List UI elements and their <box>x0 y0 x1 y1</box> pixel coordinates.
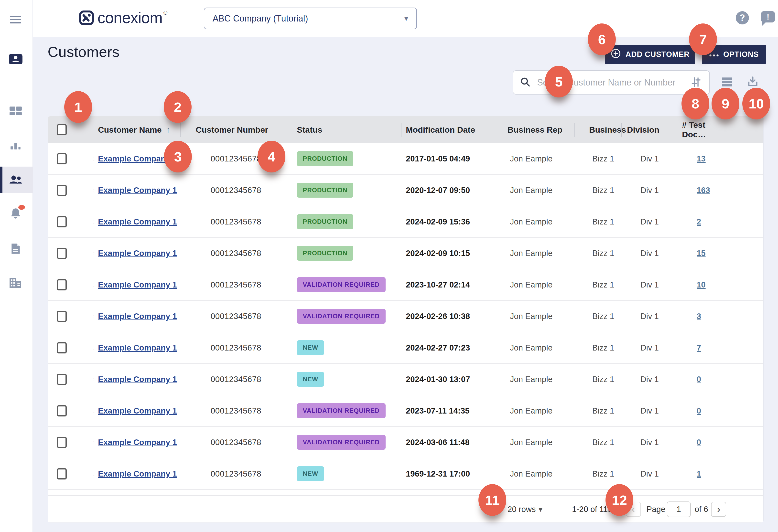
test-doc-count-link[interactable]: 0 <box>697 406 701 416</box>
customers-table: Customer Name ↑ Customer Number Status M… <box>48 116 764 523</box>
test-doc-count-link[interactable]: 1 <box>697 469 701 478</box>
row-checkbox[interactable] <box>57 216 67 228</box>
modification-date-cell: 2024-02-09 15:36 <box>401 206 495 237</box>
column-label: Status <box>297 125 322 135</box>
test-doc-count-link[interactable]: 7 <box>697 343 701 352</box>
next-page-button[interactable]: › <box>711 502 726 517</box>
options-label: OPTIONS <box>723 50 759 59</box>
sidebar-item-documents[interactable] <box>8 242 23 256</box>
feedback-icon[interactable]: ! <box>761 11 775 22</box>
customer-name-link[interactable]: Example Company 1 <box>98 249 177 258</box>
row-checkbox[interactable] <box>57 468 67 479</box>
test-doc-count-link[interactable]: 0 <box>697 438 701 447</box>
column-header-business-rep[interactable]: Business Rep <box>495 116 574 143</box>
customer-name-link[interactable]: Example Company 1 <box>98 375 177 384</box>
column-header-division[interactable]: Division <box>621 116 675 143</box>
test-doc-count-link[interactable]: 13 <box>697 154 706 163</box>
column-header-customer-name[interactable]: Customer Name ↑ <box>92 116 180 143</box>
help-icon[interactable]: ? <box>736 11 749 24</box>
add-customer-label: ADD CUSTOMER <box>626 50 690 59</box>
row-checkbox[interactable] <box>57 185 67 196</box>
customer-number-cell: 00012345678 <box>180 301 292 332</box>
menu-icon[interactable] <box>10 16 21 25</box>
row-checkbox[interactable] <box>57 311 67 322</box>
customer-name-link[interactable]: Example Company 1 <box>98 280 177 289</box>
density-icon[interactable] <box>720 75 733 88</box>
annotation-11: 11 <box>478 484 506 516</box>
test-doc-count-link[interactable]: 0 <box>697 375 701 384</box>
division-cell: Div 1 <box>621 364 675 395</box>
customer-name-link[interactable]: Example Company 1 <box>98 217 177 227</box>
column-label: Division <box>627 125 659 135</box>
sidebar-item-contacts[interactable] <box>8 52 23 66</box>
page-count-label: of 6 <box>695 505 708 514</box>
column-header-modification-date[interactable]: Modification Date <box>401 116 495 143</box>
pagination-bar: 20 rows ▾ 1-20 of 115 ‹ Page of 6 › <box>48 496 763 523</box>
modification-date-cell: 2024-02-27 07:23 <box>401 332 495 363</box>
annotation-2: 2 <box>164 91 191 123</box>
row-checkbox[interactable] <box>57 279 67 290</box>
row-checkbox[interactable] <box>57 437 67 448</box>
sidebar-item-dashboard[interactable] <box>8 104 23 118</box>
customer-number-cell: 00012345678 <box>180 175 292 206</box>
sidebar-item-customers[interactable] <box>8 173 23 186</box>
test-doc-count-link[interactable]: 15 <box>697 249 706 258</box>
row-prefix-mark: : <box>93 281 98 288</box>
column-header-customer-number[interactable]: Customer Number <box>180 116 292 143</box>
customer-name-link[interactable]: Example Company 1 <box>98 406 177 416</box>
filter-icon[interactable] <box>690 76 702 89</box>
company-selector[interactable]: ABC Company (Tutorial) ▾ <box>204 8 417 29</box>
test-doc-count-link[interactable]: 2 <box>697 217 701 227</box>
customer-name-link[interactable]: Example Company 1 <box>98 312 177 321</box>
page-number-input[interactable] <box>667 502 691 517</box>
column-label: Customer Name <box>98 125 162 135</box>
division-cell: Div 1 <box>621 269 675 300</box>
rows-per-page-select[interactable]: 20 rows ▾ <box>508 505 542 514</box>
top-bar: conexiom ® ABC Company (Tutorial) ▾ ? ! <box>33 0 778 37</box>
division-cell: Div 1 <box>621 301 675 332</box>
column-header-business[interactable]: Business <box>574 116 621 143</box>
row-checkbox[interactable] <box>57 405 67 417</box>
sidebar-item-notifications[interactable] <box>8 206 23 220</box>
pagination-range: 1-20 of 115 <box>572 505 612 514</box>
sidebar-item-organization[interactable] <box>8 276 23 290</box>
customer-number-cell: 00012345678 <box>180 206 292 237</box>
column-header-status[interactable]: Status <box>292 116 401 143</box>
modification-date-cell: 2023-10-27 02:14 <box>401 269 495 300</box>
division-cell: Div 1 <box>621 395 675 426</box>
customer-name-link[interactable]: Example Company 1 <box>98 186 177 195</box>
business-cell: Bizz 1 <box>574 395 621 426</box>
customer-name-link[interactable]: Example Company 1 <box>98 469 177 478</box>
customer-name-link[interactable]: Example Company 1 <box>98 438 177 447</box>
registered-mark: ® <box>163 10 167 16</box>
sidebar-item-analytics[interactable] <box>8 139 23 152</box>
modification-date-cell: 1969-12-31 17:00 <box>401 458 495 489</box>
search-icon <box>520 77 531 88</box>
test-doc-count-link[interactable]: 10 <box>697 280 706 289</box>
column-header-test-docs[interactable]: # Test Doc… <box>675 116 728 143</box>
business-rep-cell: Jon Eample <box>495 301 574 332</box>
select-all-checkbox[interactable] <box>57 124 67 135</box>
download-icon[interactable] <box>746 75 760 88</box>
row-checkbox[interactable] <box>57 374 67 385</box>
division-cell: Div 1 <box>621 143 675 174</box>
business-rep-cell: Jon Eample <box>495 238 574 269</box>
column-label: Modification Date <box>406 125 475 135</box>
status-badge: NEW <box>297 340 324 355</box>
row-checkbox[interactable] <box>57 248 67 259</box>
conexiom-logo: conexiom ® <box>79 10 167 26</box>
row-checkbox[interactable] <box>57 153 67 164</box>
business-cell: Bizz 1 <box>574 301 621 332</box>
modification-date-cell: 2024-02-09 10:15 <box>401 238 495 269</box>
annotation-7: 7 <box>689 23 717 55</box>
customer-name-link[interactable]: Example Company 1 <box>98 343 177 352</box>
modification-date-cell: 2024-03-06 11:48 <box>401 427 495 458</box>
status-badge: PRODUCTION <box>297 183 353 198</box>
row-checkbox[interactable] <box>57 342 67 353</box>
test-doc-count-link[interactable]: 163 <box>697 186 710 195</box>
status-badge: PRODUCTION <box>297 151 353 166</box>
business-rep-cell: Jon Eample <box>495 395 574 426</box>
test-doc-count-link[interactable]: 3 <box>697 312 701 321</box>
table-header-row: Customer Name ↑ Customer Number Status M… <box>48 116 763 143</box>
add-customer-button[interactable]: ADD CUSTOMER <box>605 45 695 64</box>
